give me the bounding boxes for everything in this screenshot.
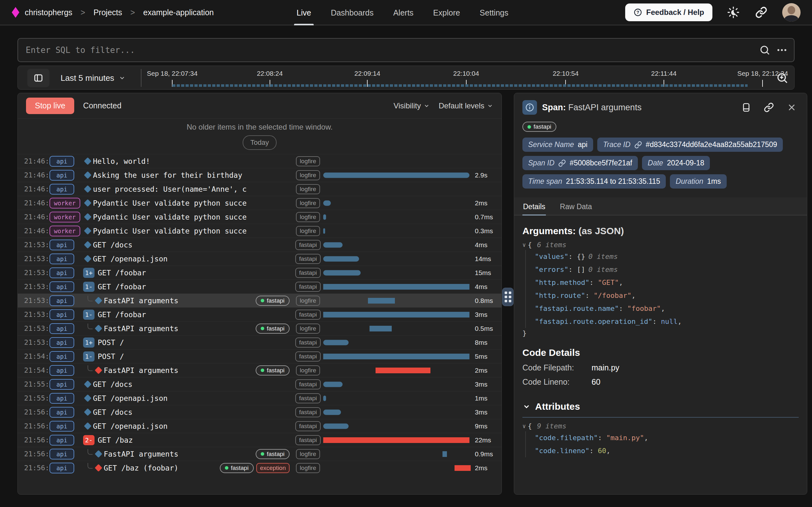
log-row[interactable]: 21:56:09apiGET /openapi.jsonfastapi9ms — [18, 419, 502, 433]
tab-raw-data[interactable]: Raw Data — [559, 198, 593, 215]
fastapi-tag[interactable]: fastapi — [256, 296, 290, 306]
meta-pill-duration[interactable]: Duration1ms — [670, 174, 726, 188]
scope-tag[interactable]: logfire — [296, 296, 320, 306]
share-link-icon[interactable] — [754, 5, 768, 19]
breadcrumb-projects[interactable]: Projects — [94, 8, 122, 17]
log-row[interactable]: 21:54:37api1-POST /fastapi5ms — [18, 349, 502, 363]
service-tag[interactable]: api — [49, 309, 74, 320]
collapse-chevron-icon[interactable]: ∨ — [522, 423, 526, 429]
scope-tag[interactable]: logfire — [296, 198, 320, 208]
tab-explore[interactable]: Explore — [433, 0, 460, 25]
log-row[interactable]: 21:53:35apiFastAPI argumentsfastapilogfi… — [18, 321, 502, 335]
tab-dashboards[interactable]: Dashboards — [331, 0, 374, 25]
log-row[interactable]: 21:54:37apiFastAPI argumentsfastapilogfi… — [18, 363, 502, 377]
log-row[interactable]: 21:46:55workerPydantic User validate_pyt… — [18, 210, 502, 224]
json-root-line[interactable]: ∨{6 items — [522, 241, 799, 249]
service-tag[interactable]: api — [49, 323, 74, 334]
search-icon[interactable] — [759, 44, 770, 56]
service-tag[interactable]: worker — [49, 212, 80, 222]
scope-tag[interactable]: fastapi — [295, 379, 321, 389]
fastapi-tag[interactable]: fastapi — [256, 365, 290, 376]
log-row[interactable]: 21:53:56api1+POST /fastapi8ms — [18, 335, 502, 349]
close-icon[interactable] — [785, 101, 799, 114]
children-count-badge[interactable]: 1- — [83, 309, 95, 320]
children-count-badge[interactable]: 1+ — [83, 268, 95, 278]
scope-tag[interactable]: fastapi — [295, 407, 321, 417]
service-tag[interactable]: api — [49, 463, 74, 473]
service-tag[interactable]: api — [49, 393, 74, 404]
timeline[interactable]: Sep 18, 22:07:3422:08:2422:09:1422:10:04… — [146, 66, 797, 90]
log-row[interactable]: 21:53:28apiGET /openapi.jsonfastapi14ms — [18, 251, 502, 266]
exception-tag[interactable]: exception — [256, 463, 290, 473]
tab-live[interactable]: Live — [297, 0, 311, 25]
children-count-badge[interactable]: 2- — [83, 435, 95, 445]
scope-tag[interactable]: fastapi — [295, 240, 321, 250]
log-row[interactable]: 21:46:33apiuser processed: User(name='An… — [18, 182, 502, 196]
log-row[interactable]: 21:46:19apiAsking the user for their bir… — [18, 168, 502, 182]
log-row[interactable]: 21:53:33api1+GET /foobarfastapi15ms — [18, 266, 502, 279]
service-tag[interactable]: api — [49, 337, 74, 348]
feedback-help-button[interactable]: ? Feedback / Help — [625, 3, 712, 21]
json-root-line[interactable]: ∨{9 items — [522, 422, 799, 430]
fastapi-tag[interactable]: fastapi — [522, 122, 556, 132]
default-levels-dropdown[interactable]: Default levels — [439, 101, 493, 110]
log-row[interactable]: 21:53:35api1-GET /foobarfastapi4ms — [18, 279, 502, 293]
scope-tag[interactable]: fastapi — [295, 282, 321, 292]
log-row[interactable]: 21:53:28apiGET /docsfastapi4ms — [18, 238, 502, 251]
meta-pill-trace-id[interactable]: Trace ID#d834c3374dd6fa2e4aa82a55ab21750… — [597, 137, 783, 152]
service-tag[interactable]: api — [49, 184, 74, 194]
scope-tag[interactable]: fastapi — [295, 254, 321, 264]
panel-resizer[interactable] — [502, 93, 514, 495]
panel-layout-icon[interactable] — [739, 101, 753, 114]
today-button[interactable]: Today — [243, 135, 276, 150]
service-tag[interactable]: api — [49, 421, 74, 432]
scope-tag[interactable]: logfire — [296, 170, 320, 180]
service-tag[interactable]: api — [49, 170, 74, 181]
service-tag[interactable]: api — [49, 268, 74, 278]
fastapi-tag[interactable]: fastapi — [256, 324, 290, 334]
children-count-badge[interactable]: 1- — [83, 282, 95, 292]
log-row[interactable]: 21:56:09apiGET /docsfastapi3ms — [18, 405, 502, 419]
fastapi-tag[interactable]: fastapi — [220, 463, 254, 473]
log-row[interactable]: 21:55:58apiGET /docsfastapi3ms — [18, 377, 502, 391]
service-tag[interactable]: api — [49, 407, 74, 418]
scope-tag[interactable]: fastapi — [295, 351, 321, 361]
user-avatar[interactable] — [782, 3, 801, 21]
scope-tag[interactable]: logfire — [296, 212, 320, 222]
meta-pill-span-id[interactable]: Span ID#5008bce5f7fe21af — [522, 156, 638, 170]
tab-details[interactable]: Details — [522, 198, 546, 215]
tab-settings[interactable]: Settings — [479, 0, 508, 25]
service-tag[interactable]: api — [49, 449, 74, 459]
visibility-dropdown[interactable]: Visibility — [394, 101, 430, 110]
service-tag[interactable]: api — [49, 379, 74, 390]
log-row[interactable]: 21:46:19apiHello, world!logfire — [18, 154, 502, 168]
collapse-chevron-icon[interactable]: ∨ — [522, 241, 526, 248]
scope-tag[interactable]: fastapi — [295, 421, 321, 431]
meta-pill-date[interactable]: Date2024-09-18 — [642, 156, 710, 170]
tab-alerts[interactable]: Alerts — [393, 0, 414, 25]
service-tag[interactable]: api — [49, 253, 74, 264]
service-tag[interactable]: api — [49, 435, 74, 446]
sidebar-toggle-button[interactable] — [27, 69, 49, 87]
scope-tag[interactable]: fastapi — [295, 393, 321, 403]
scope-tag[interactable]: logfire — [296, 226, 320, 236]
service-tag[interactable]: api — [49, 281, 74, 292]
scope-tag[interactable]: fastapi — [295, 337, 321, 348]
scope-tag[interactable]: fastapi — [295, 309, 321, 320]
theme-toggle-icon[interactable] — [726, 5, 740, 19]
filter-more-icon[interactable] — [777, 49, 786, 51]
sql-filter-input[interactable] — [26, 45, 759, 55]
log-row[interactable]: 21:53:35api1-GET /foobarfastapi3ms — [18, 307, 502, 321]
children-count-badge[interactable]: 1- — [83, 351, 95, 361]
service-tag[interactable]: worker — [49, 198, 80, 209]
children-count-badge[interactable]: 1+ — [83, 337, 95, 348]
breadcrumb-project[interactable]: example-application — [143, 8, 214, 17]
fastapi-tag[interactable]: fastapi — [256, 449, 290, 459]
service-tag[interactable]: api — [49, 156, 74, 167]
meta-pill-service-name[interactable]: Service Nameapi — [522, 137, 593, 152]
log-row[interactable]: 21:46:55workerPydantic User validate_pyt… — [18, 224, 502, 238]
log-row[interactable]: 21:55:58apiGET /openapi.jsonfastapi1ms — [18, 391, 502, 405]
scope-tag[interactable]: fastapi — [295, 268, 321, 278]
log-row[interactable]: 21:46:55workerPydantic User validate_pyt… — [18, 196, 502, 210]
logfire-logo-icon[interactable] — [11, 7, 20, 18]
